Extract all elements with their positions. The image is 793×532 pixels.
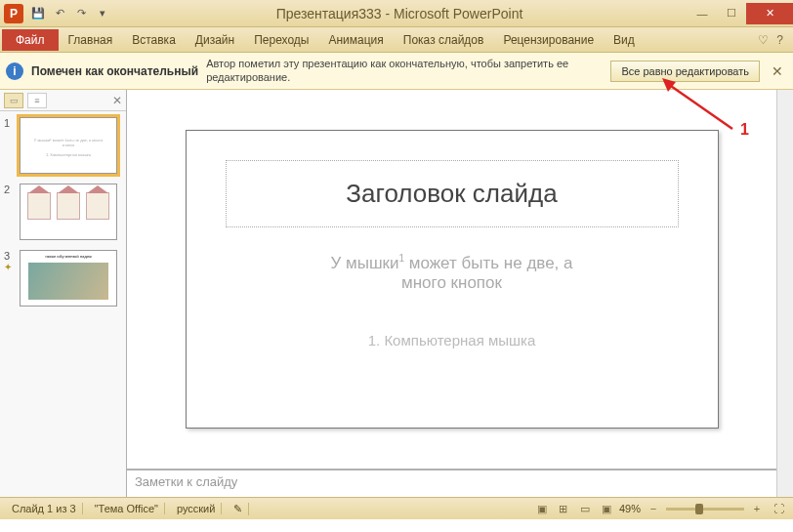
outline-view-button[interactable]: ≡ xyxy=(27,93,47,108)
tab-review[interactable]: Рецензирование xyxy=(493,29,604,51)
vertical-scrollbar[interactable] xyxy=(776,90,793,497)
zoom-in-button[interactable]: + xyxy=(748,501,766,516)
tab-slideshow[interactable]: Показ слайдов xyxy=(394,29,494,51)
thumb-number: 2 xyxy=(4,184,16,195)
thumb-text: также обученный падеж xyxy=(26,254,110,259)
annotation-arrow xyxy=(662,78,740,137)
qat-undo-icon[interactable]: ↶ xyxy=(51,5,68,22)
slide-thumbnail-2[interactable] xyxy=(20,184,117,240)
qat-redo-icon[interactable]: ↷ xyxy=(72,5,90,22)
normal-view-icon[interactable]: ▣ xyxy=(533,501,551,516)
info-icon: i xyxy=(6,62,23,80)
thumbnails-close-icon[interactable]: ✕ xyxy=(112,94,122,107)
annotation-label: 1 xyxy=(740,121,749,139)
zoom-out-button[interactable]: − xyxy=(645,501,662,516)
zoom-slider[interactable] xyxy=(666,508,744,511)
animation-star-icon: ✦ xyxy=(4,262,16,272)
thumb-graphic xyxy=(24,192,112,231)
status-language[interactable]: русский xyxy=(171,503,222,514)
close-button[interactable]: ✕ xyxy=(746,3,793,24)
slide-title-placeholder[interactable]: Заголовок слайда xyxy=(226,160,679,227)
slide-thumbnail-1[interactable]: У мышки¹ может быть не две, а много кноп… xyxy=(20,117,117,174)
slides-view-button[interactable]: ▭ xyxy=(4,93,23,108)
svg-line-0 xyxy=(668,84,732,129)
thumb-text: У мышки¹ может быть не две, а много кноп… xyxy=(30,138,106,157)
slide: Заголовок слайда У мышки1 может быть не … xyxy=(186,130,719,429)
tab-animations[interactable]: Анимация xyxy=(318,29,393,51)
tab-home[interactable]: Главная xyxy=(59,29,123,51)
svg-marker-1 xyxy=(662,78,676,92)
zoom-level[interactable]: 49% xyxy=(619,503,641,514)
thumb-number: 3 xyxy=(4,250,16,262)
sorter-view-icon[interactable]: ⊞ xyxy=(555,501,572,516)
slide-canvas[interactable]: Заголовок слайда У мышки1 может быть не … xyxy=(127,90,776,470)
tab-insert[interactable]: Вставка xyxy=(122,29,186,51)
status-slide-position: Слайд 1 из 3 xyxy=(6,503,83,514)
tab-file[interactable]: Файл xyxy=(2,29,59,51)
slide-body-text: У мышки1 может быть не две, амного кнопо… xyxy=(330,253,572,293)
infobar-close-icon[interactable]: ✕ xyxy=(768,61,787,81)
ribbon-minimize-icon[interactable]: ♡ xyxy=(758,33,769,47)
reading-view-icon[interactable]: ▭ xyxy=(576,501,594,516)
tab-design[interactable]: Дизайн xyxy=(186,29,244,51)
infobar-message: Автор пометил эту презентацию как оконча… xyxy=(206,58,603,83)
status-theme: "Тема Office" xyxy=(89,503,165,514)
slideshow-view-icon[interactable]: ▣ xyxy=(598,501,615,516)
qat-save-icon[interactable]: 💾 xyxy=(29,5,47,22)
slide-footnote: 1. Компьютерная мышка xyxy=(368,332,536,348)
tab-transitions[interactable]: Переходы xyxy=(244,29,318,51)
slide-thumbnail-3[interactable]: также обученный падеж xyxy=(20,250,117,307)
maximize-button[interactable]: ☐ xyxy=(717,3,746,24)
thumb-graphic xyxy=(28,263,108,300)
fit-to-window-icon[interactable]: ⛶ xyxy=(770,501,787,516)
thumb-number: 1 xyxy=(4,117,16,129)
notes-input[interactable]: Заметки к слайду xyxy=(127,470,776,497)
minimize-button[interactable]: — xyxy=(688,3,717,24)
tab-view[interactable]: Вид xyxy=(604,29,645,51)
spellcheck-icon[interactable]: ✎ xyxy=(228,503,249,515)
qat-customize-icon[interactable]: ▾ xyxy=(94,5,111,22)
window-title: Презентация333 - Microsoft PowerPoint xyxy=(111,6,688,21)
infobar-title: Помечен как окончательный xyxy=(31,64,198,78)
help-icon[interactable]: ? xyxy=(776,33,783,47)
slide-title-text: Заголовок слайда xyxy=(227,179,678,209)
app-icon[interactable]: P xyxy=(4,4,23,23)
